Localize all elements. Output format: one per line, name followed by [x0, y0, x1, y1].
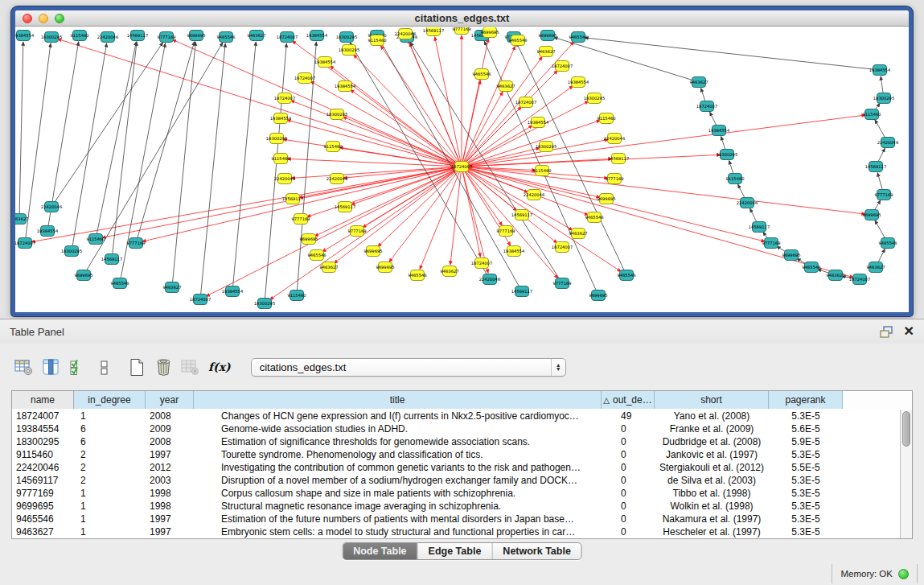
scrollbar-thumb[interactable] — [902, 411, 910, 447]
delete-table-icon[interactable] — [181, 356, 199, 377]
table-row[interactable]: 946362711997Embryonic stem cells: a mode… — [12, 525, 900, 538]
table-row[interactable]: 977716911998Corpus callosum shape and si… — [12, 487, 900, 500]
network-node[interactable]: 22420046 — [97, 32, 118, 43]
network-node[interactable]: 14569117 — [127, 31, 148, 41]
network-node[interactable]: 9777169 — [452, 27, 470, 35]
network-node[interactable]: 9699695 — [376, 262, 394, 273]
network-node[interactable]: 18724007 — [515, 97, 536, 108]
network-node[interactable]: 14569117 — [101, 254, 122, 265]
table-row[interactable]: 1938455462009Genome-wide association stu… — [12, 422, 900, 435]
network-node[interactable]: 19384554 — [270, 113, 292, 124]
network-node[interactable]: 18724007 — [552, 61, 573, 72]
table-row[interactable]: 1830029562008Estimation of significance … — [12, 435, 900, 448]
network-node[interactable]: 19384554 — [335, 81, 356, 92]
network-node[interactable]: 9777169 — [347, 226, 366, 237]
network-node[interactable]: 9115460 — [862, 109, 881, 120]
network-node[interactable]: 9777169 — [157, 32, 175, 43]
function-builder-icon[interactable]: f(x) — [208, 356, 231, 377]
network-node[interactable]: 9465546 — [307, 250, 326, 261]
show-columns-icon[interactable] — [42, 356, 60, 377]
network-node[interactable]: 19384554 — [222, 286, 244, 297]
network-node[interactable]: 19384554 — [503, 246, 525, 257]
column-header-name[interactable]: name — [12, 391, 74, 409]
citation-network-graph[interactable]: 1872400719384554183002959115460224200461… — [15, 27, 907, 312]
network-node[interactable]: 9777169 — [126, 238, 145, 249]
network-node[interactable]: 18300295 — [536, 142, 556, 152]
network-node[interactable]: 19384554 — [37, 226, 59, 237]
network-node[interactable]: 18300295 — [717, 150, 737, 160]
network-node[interactable]: 19384554 — [15, 31, 35, 41]
network-node[interactable]: 9115460 — [86, 234, 105, 245]
network-node[interactable]: 14569117 — [423, 27, 444, 36]
network-node[interactable]: 9777169 — [291, 214, 310, 225]
network-node[interactable]: 18724007 — [15, 238, 35, 249]
network-node[interactable]: 18724007 — [849, 274, 870, 285]
network-node[interactable]: 9465546 — [569, 32, 587, 43]
network-node[interactable]: 9699695 — [589, 290, 607, 301]
network-node[interactable]: 18300295 — [326, 109, 347, 120]
network-node[interactable]: 9463627 — [826, 270, 844, 281]
column-header-year[interactable]: year — [146, 391, 194, 409]
network-node[interactable]: 18724007 — [471, 258, 492, 269]
column-header-out_de[interactable]: △out_de… — [602, 391, 655, 409]
table-row[interactable]: 969969511998Structural magnetic resonanc… — [12, 500, 900, 513]
network-node[interactable]: 14569117 — [865, 162, 886, 172]
network-node[interactable]: 9465546 — [508, 35, 527, 46]
network-node[interactable]: 18300295 — [41, 32, 62, 43]
network-node[interactable]: 9463627 — [866, 262, 885, 273]
network-node[interactable]: 9699695 — [480, 27, 499, 38]
network-node[interactable]: 9463627 — [247, 31, 265, 41]
float-panel-icon[interactable] — [880, 326, 893, 338]
network-node[interactable]: 9465546 — [216, 32, 235, 43]
network-node[interactable]: 22420046 — [604, 134, 625, 144]
network-node[interactable]: 9777169 — [605, 174, 623, 184]
network-node[interactable]: 9463627 — [440, 266, 458, 277]
network-node[interactable]: 18724007 — [294, 73, 315, 84]
network-node[interactable]: 9699695 — [74, 270, 92, 281]
network-node[interactable]: 9699695 — [597, 194, 615, 204]
network-node[interactable]: 18300295 — [61, 246, 82, 257]
network-node[interactable]: 9463627 — [569, 229, 587, 239]
network-node[interactable]: 22420046 — [326, 174, 347, 184]
network-node[interactable]: 18300295 — [254, 299, 275, 309]
network-node[interactable]: 18300295 — [336, 32, 357, 43]
table-selector-dropdown[interactable]: citations_edges.txt ▲▼ — [251, 358, 566, 377]
vertical-scrollbar[interactable] — [900, 410, 912, 538]
network-node[interactable]: 9777169 — [762, 238, 780, 249]
network-node[interactable]: 18300295 — [873, 93, 894, 104]
tab-edge-table[interactable]: Edge Table — [418, 543, 493, 559]
table-mode-icon[interactable] — [14, 356, 33, 377]
network-node[interactable]: 9465546 — [472, 69, 491, 80]
network-node[interactable]: 9699695 — [299, 234, 318, 245]
column-header-pagerank[interactable]: pagerank — [769, 391, 843, 409]
network-node[interactable]: 9465546 — [802, 262, 820, 273]
zoom-window-button[interactable] — [55, 14, 64, 23]
network-node[interactable]: 9699695 — [782, 250, 800, 261]
network-node[interactable]: 9699695 — [187, 31, 205, 41]
network-node[interactable]: 19384554 — [306, 31, 328, 41]
network-node[interactable]: 22420046 — [274, 174, 295, 184]
network-node[interactable]: 14569117 — [608, 154, 629, 164]
network-node[interactable]: 9465546 — [110, 278, 129, 289]
network-node[interactable]: 9115460 — [287, 290, 306, 301]
network-node[interactable]: 9115460 — [271, 154, 290, 164]
table-row[interactable]: 911546021997Tourette syndrome. Phenomeno… — [12, 448, 900, 461]
network-node[interactable]: 19384554 — [528, 117, 549, 128]
network-node[interactable]: 14569117 — [749, 222, 770, 233]
delete-column-icon[interactable] — [154, 356, 172, 377]
network-window-titlebar[interactable]: citations_edges.txt — [15, 10, 909, 27]
network-node[interactable]: 9465546 — [617, 270, 635, 281]
network-node[interactable]: 9465546 — [878, 238, 897, 249]
network-node[interactable]: 18724007 — [552, 242, 573, 253]
column-header-title[interactable]: title — [194, 391, 602, 409]
network-node[interactable]: 9115460 — [532, 166, 551, 176]
network-node[interactable]: 19384554 — [708, 126, 730, 136]
network-node[interactable]: 9777169 — [552, 278, 571, 289]
network-node[interactable]: 9115460 — [368, 35, 386, 46]
network-node[interactable]: 9699695 — [538, 31, 556, 41]
network-node[interactable]: 14569117 — [335, 202, 355, 212]
new-column-icon[interactable] — [128, 356, 146, 377]
network-node[interactable]: 22420046 — [479, 274, 500, 285]
network-node[interactable]: 9115460 — [597, 113, 615, 124]
network-node[interactable]: 9463627 — [496, 81, 515, 92]
